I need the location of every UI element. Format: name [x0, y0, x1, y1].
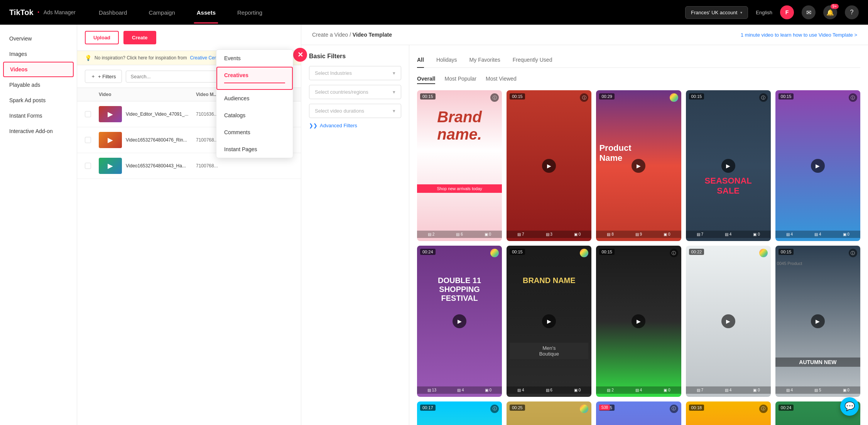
create-button[interactable]: Create: [123, 31, 156, 44]
select-durations[interactable]: Select video durations ▾: [309, 104, 401, 118]
subtab-overall[interactable]: Overall: [417, 74, 435, 84]
info-icon: ⓘ: [670, 405, 678, 413]
card-stats: ▤ 4 ▤ 5 ▣ 0: [775, 386, 860, 394]
notifications-icon[interactable]: 🔔 9+: [823, 5, 837, 19]
nav-reporting[interactable]: Reporting: [226, 2, 273, 24]
nav-campaign[interactable]: Campaign: [138, 2, 186, 24]
info-icon: ⓘ: [490, 405, 499, 413]
tab-holidays[interactable]: Holidays: [436, 53, 457, 67]
template-card-13[interactable]: 00:15 ⓘ S38 ▶ ▤ 4 ▤ 2 ▣ 0: [596, 401, 681, 425]
select-countries[interactable]: Select countries/regions ▾: [309, 85, 401, 99]
chevron-down-icon: ▾: [393, 89, 395, 95]
sidebar-item-videos[interactable]: Videos: [3, 62, 74, 77]
templates-panel: All Holidays My Favorites Frequently Use…: [409, 45, 868, 425]
color-icon: [490, 249, 499, 257]
notification-badge: 9+: [831, 4, 839, 9]
info-icon: ⓘ: [670, 249, 678, 257]
tab-frequently-used[interactable]: Frequently Used: [513, 53, 552, 67]
template-card-8[interactable]: 00:15 ⓘ ▶ ▤ 2 ▤ 4 ▣ 0: [596, 246, 681, 396]
template-card-11[interactable]: 00:17 ⓘ ▶ ▤ 3 ▤ 2 ▣ 0: [417, 401, 502, 425]
play-button: ▶: [632, 159, 645, 173]
sidebar-item-instant-forms[interactable]: Instant Forms: [0, 108, 77, 123]
info-icon: ⓘ: [759, 93, 768, 102]
stat-3: ▣ 0: [485, 232, 491, 236]
tab-my-favorites[interactable]: My Favorites: [469, 53, 500, 67]
modal-close-button[interactable]: ✕: [293, 48, 307, 62]
advanced-filters-label: Advanced Filters: [320, 123, 357, 128]
logo-dot: ·: [37, 7, 40, 17]
panel-header: Upload Create: [77, 25, 301, 51]
row-checkbox[interactable]: [85, 163, 91, 169]
sidebar-item-playable-ads[interactable]: Playable ads: [0, 77, 77, 93]
template-card-2[interactable]: 00:15 ⓘ ▶ ▤ 7 ▤ 3 ▣ 0: [507, 90, 591, 241]
sidebar-label-videos: Videos: [10, 66, 28, 73]
dropdown-item-audiences[interactable]: Audiences: [216, 90, 293, 107]
color-icon: [759, 249, 768, 257]
nav-assets[interactable]: Assets: [186, 2, 226, 24]
template-card-1[interactable]: 00:15 ⓘ Brandname. Shop new arrivals tod…: [417, 90, 502, 241]
learn-link[interactable]: 1 minute video to learn how to use Video…: [741, 32, 857, 38]
avatar[interactable]: F: [780, 5, 794, 19]
template-card-5[interactable]: 00:15 ⓘ ▶ ▤ 4 ▤ 4 ▣ 0: [775, 90, 860, 241]
dropdown-item-instant-pages[interactable]: Instant Pages: [216, 141, 293, 158]
card-duration: 00:24: [420, 249, 436, 255]
card-stats: ▤ 7 ▤ 4 ▣ 0: [686, 386, 771, 394]
card-duration: 00:18: [689, 405, 704, 411]
card-stats: ▤ 7 ▤ 4 ▣ 0: [686, 231, 771, 238]
row-checkbox[interactable]: [85, 111, 91, 117]
chat-widget[interactable]: 💬: [840, 397, 859, 416]
account-selector[interactable]: Frances' UK account ▾: [685, 6, 748, 19]
sidebar-item-images[interactable]: Images: [0, 46, 77, 62]
filter-button[interactable]: ＋ + Filters: [85, 70, 122, 83]
modal-subtabs: Overall Most Popular Most Viewed: [417, 74, 860, 84]
tab-all[interactable]: All: [417, 53, 424, 67]
template-card-6[interactable]: 00:24 DOUBLE 11SHOPPINGFESTIVAL ▶ ▤ 13 ▤…: [417, 246, 502, 396]
filter-plus-icon: ＋: [91, 73, 96, 80]
play-button: ▶: [542, 159, 556, 173]
stat-2: ▤ 4: [457, 388, 464, 392]
video-info: ▶ Video16532764800476_Rin...: [99, 132, 196, 148]
subtab-most-popular[interactable]: Most Popular: [444, 74, 476, 84]
stat-2: ▤ 3: [546, 232, 552, 236]
video-info: ▶ Video_Editor_Video_47091_...: [99, 106, 196, 122]
subtab-most-viewed[interactable]: Most Viewed: [486, 74, 517, 84]
video-info: ▶ Video16532764800443_Ha...: [99, 158, 196, 174]
sidebar-item-spark-ad-posts[interactable]: Spark Ad posts: [0, 93, 77, 108]
top-navigation: TikTok · Ads Manager Dashboard Campaign …: [0, 0, 868, 25]
messages-icon[interactable]: ✉: [802, 5, 816, 19]
dropdown-item-creatives[interactable]: Creatives: [216, 67, 293, 90]
template-card-4[interactable]: 00:15 ⓘ SEASONALSALE ▶ ▤ 7 ▤ 4 ▣ 0: [686, 90, 771, 241]
dropdown-item-comments[interactable]: Comments: [216, 124, 293, 141]
template-card-9[interactable]: 00:22 ▶ ▤ 7 ▤ 4 ▣ 0: [686, 246, 771, 396]
template-card-14[interactable]: 00:18 ⓘ BOOK NOW ▶ ▤ 3 ▤ 4 ▣ 0: [686, 401, 771, 425]
sidebar-item-interactive-addon[interactable]: Interactive Add-on: [0, 123, 77, 139]
stat-1: ▤ 7: [697, 232, 703, 236]
template-card-10[interactable]: 00:15 ⓘ 0045 Product AUTUMN NEW ▶ ▤ 4 ▤ …: [775, 246, 860, 396]
dropdown-item-catalogs[interactable]: Catalogs: [216, 107, 293, 124]
upload-button[interactable]: Upload: [85, 31, 119, 44]
account-name: Frances' UK account: [691, 10, 737, 15]
dropdown-item-events[interactable]: Events: [216, 50, 293, 67]
sidebar-label-spark-ad-posts: Spark Ad posts: [9, 97, 46, 103]
stat-3: ▣ 0: [574, 232, 581, 236]
nav-dashboard[interactable]: Dashboard: [88, 2, 138, 24]
video-id: 7100768...: [196, 163, 293, 169]
row-checkbox[interactable]: [85, 137, 91, 143]
language-selector[interactable]: English: [756, 10, 772, 15]
info-icon: ⓘ: [849, 249, 857, 257]
th-video: Video: [99, 92, 196, 97]
play-button: ▶: [453, 314, 466, 328]
select-industries[interactable]: Select Industries ▾: [309, 66, 401, 80]
template-card-12[interactable]: 00:25 ▶ ▤ 5 ▤ 3 ▣ 0: [507, 401, 591, 425]
card-duration: 00:15: [510, 93, 525, 100]
help-icon[interactable]: ?: [845, 5, 859, 19]
sidebar-label-playable-ads: Playable ads: [9, 82, 40, 88]
card-duration: 00:15: [778, 249, 794, 255]
template-card-7[interactable]: 00:15 BRAND NAME Men'sBoutique ▶ ▤ 4 ▤ 6…: [507, 246, 591, 396]
modal-body: Basic Filters Select Industries ▾ Select…: [301, 45, 868, 425]
inspiration-text: No inspiration? Click here for inspirati…: [95, 55, 187, 61]
template-card-3[interactable]: 00:29 ProductName ▶ ▤ 8 ▤ 9 ▣ 0: [596, 90, 681, 241]
advanced-filters-link[interactable]: ❯❯ Advanced Filters: [309, 123, 401, 128]
sidebar-item-overview[interactable]: Overview: [0, 31, 77, 46]
select-countries-label: Select countries/regions: [315, 89, 368, 95]
